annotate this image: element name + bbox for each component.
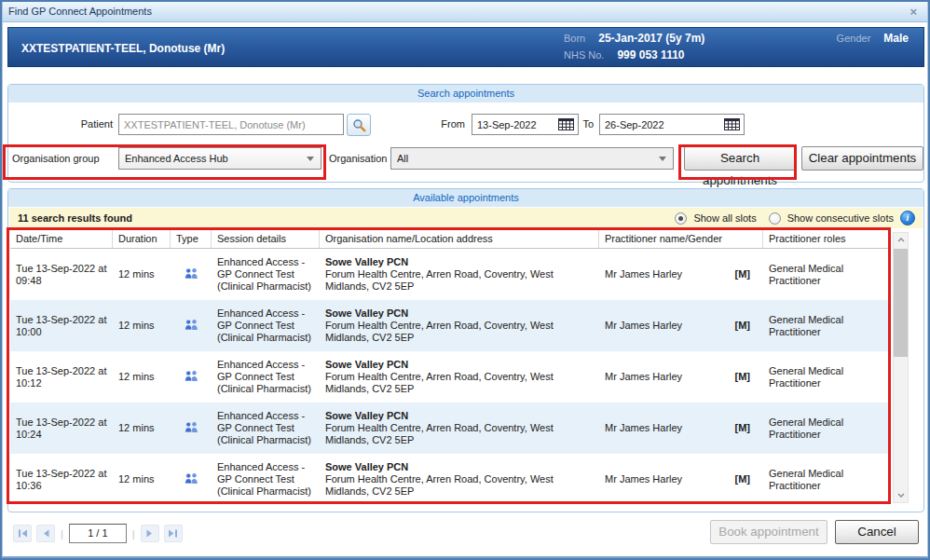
organisation-group-label: Organisation group xyxy=(12,147,115,170)
last-page-button[interactable] xyxy=(164,525,183,542)
practitioner-name: Mr James Harley xyxy=(605,320,682,332)
practitioner-roles: General Medical Practitioner xyxy=(763,365,890,389)
practitioner-gender: [M] xyxy=(735,371,759,383)
practitioner-gender: [M] xyxy=(735,268,759,280)
first-page-button[interactable] xyxy=(13,525,32,542)
info-icon[interactable]: i xyxy=(900,211,915,225)
next-page-button[interactable] xyxy=(141,525,159,542)
search-icon xyxy=(352,118,366,132)
people-icon xyxy=(184,421,199,432)
results-count: 11 search results found xyxy=(9,212,132,224)
organisation-cell: Sowe Valley PCN Forum Health Centre, Arr… xyxy=(320,256,599,293)
organisation-cell: Sowe Valley PCN Forum Health Centre, Arr… xyxy=(320,410,599,446)
table-row[interactable]: Tue 13-Sep-2022 at 09:48 12 mins Enhance… xyxy=(10,249,890,300)
cancel-button[interactable]: Cancel xyxy=(835,520,919,544)
table-row[interactable]: Tue 13-Sep-2022 at 10:24 12 mins Enhance… xyxy=(10,403,890,454)
search-panel-title: Search appointments xyxy=(8,85,923,102)
patient-name: XXTESTPATIENT-TEEL, Donotuse (Mr) xyxy=(21,42,225,55)
book-appointment-button[interactable]: Book appointment xyxy=(710,520,827,544)
previous-page-button[interactable] xyxy=(36,525,55,542)
organisation-name: Sowe Valley PCN xyxy=(325,307,594,320)
col-type: Type xyxy=(171,230,212,248)
from-date-field[interactable]: 13-Sep-2022 xyxy=(472,114,579,135)
table-row[interactable]: Tue 13-Sep-2022 at 10:36 12 mins Enhance… xyxy=(10,454,890,505)
session-details: Enhanced Access - GP Connect Test (Clini… xyxy=(212,256,320,293)
practitioner-roles: General Medical Practitioner xyxy=(763,468,890,492)
slot-type-cell xyxy=(171,319,212,333)
organisation-group-value: Enhanced Access Hub xyxy=(125,153,307,164)
session-details: Enhanced Access - GP Connect Test (Clini… xyxy=(212,359,320,395)
calendar-icon[interactable] xyxy=(724,118,740,130)
show-all-slots-radio[interactable] xyxy=(675,212,687,225)
practitioner-cell: Mr James Harley [M] xyxy=(599,371,763,383)
organisation-address: Forum Health Centre, Arren Road, Coventr… xyxy=(325,268,554,292)
practitioner-cell: Mr James Harley [M] xyxy=(599,320,763,332)
scrollbar-thumb[interactable] xyxy=(894,249,908,357)
chevron-down-icon xyxy=(307,157,314,161)
results-panel-title: Available appointments xyxy=(8,189,923,207)
title-bar: Find GP Connect Appointments × xyxy=(2,2,928,22)
clear-appointments-button[interactable]: Clear appointments xyxy=(801,146,923,171)
organisation-value: All xyxy=(397,153,659,164)
close-icon[interactable]: × xyxy=(909,2,917,21)
appointment-duration: 12 mins xyxy=(113,268,171,280)
organisation-group-select[interactable]: Enhanced Access Hub xyxy=(118,147,321,170)
appointment-datetime: Tue 13-Sep-2022 at 10:00 xyxy=(10,314,113,338)
chevron-down-icon xyxy=(659,157,666,161)
previous-page-icon xyxy=(41,528,51,539)
organisation-address: Forum Health Centre, Arren Road, Coventr… xyxy=(325,320,554,343)
appointment-duration: 12 mins xyxy=(113,320,171,332)
scroll-down-icon[interactable] xyxy=(894,488,908,502)
to-label: To xyxy=(568,113,594,135)
organisation-address: Forum Health Centre, Arren Road, Coventr… xyxy=(325,371,554,394)
practitioner-roles: General Medical Practitioner xyxy=(763,314,890,338)
practitioner-name: Mr James Harley xyxy=(605,268,682,280)
scroll-up-icon[interactable] xyxy=(894,233,908,247)
appointment-datetime: Tue 13-Sep-2022 at 10:12 xyxy=(10,365,113,389)
session-details: Enhanced Access - GP Connect Test (Clini… xyxy=(212,410,320,446)
show-consecutive-slots-radio[interactable] xyxy=(769,212,781,225)
dialog-find-gp-connect-appointments: Find GP Connect Appointments × XXTESTPAT… xyxy=(0,0,930,560)
patient-search-button[interactable] xyxy=(347,114,371,136)
search-appointments-button[interactable]: Search appointments xyxy=(684,146,796,171)
col-practitioner-roles: Practitioner roles xyxy=(763,230,890,248)
show-all-slots-label: Show all slots xyxy=(693,212,756,224)
available-appointments-panel: Available appointments 11 search results… xyxy=(7,188,924,512)
to-date-field[interactable]: 26-Sep-2022 xyxy=(599,114,745,135)
organisation-label: Organisation xyxy=(329,147,385,170)
practitioner-gender: [M] xyxy=(735,473,759,485)
next-page-icon xyxy=(144,528,155,539)
nhs-number-label: NHS No. xyxy=(564,49,604,61)
organisation-name: Sowe Valley PCN xyxy=(325,410,594,422)
col-session-details: Session details xyxy=(212,230,320,248)
practitioner-gender: [M] xyxy=(735,422,759,434)
results-scrollbar[interactable] xyxy=(893,232,909,503)
practitioner-roles: General Medical Practitioner xyxy=(763,417,890,441)
patient-demographics: Born 25-Jan-2017 (5y 7m) Gender Male NHS… xyxy=(564,32,909,65)
born-value: 25-Jan-2017 (5y 7m) xyxy=(598,32,704,45)
organisation-select[interactable]: All xyxy=(390,147,674,170)
people-icon xyxy=(184,472,199,484)
patient-banner: XXTESTPATIENT-TEEL, Donotuse (Mr) Born 2… xyxy=(7,27,924,67)
search-appointments-panel: Search appointments Patient From 13-Sep-… xyxy=(7,84,924,183)
organisation-name: Sowe Valley PCN xyxy=(325,359,594,371)
slot-type-cell xyxy=(171,472,212,486)
patient-input[interactable] xyxy=(118,114,344,135)
table-row[interactable]: Tue 13-Sep-2022 at 10:12 12 mins Enhance… xyxy=(10,351,890,403)
slot-type-cell xyxy=(171,267,212,281)
people-icon xyxy=(184,319,199,330)
window-title: Find GP Connect Appointments xyxy=(8,6,152,17)
pagination: | 1 / 1 | xyxy=(13,524,183,543)
appointments-table: Date/Time Duration Type Session details … xyxy=(10,230,890,505)
page-number-box[interactable]: 1 / 1 xyxy=(69,524,127,543)
appointment-duration: 12 mins xyxy=(113,473,171,485)
col-duration: Duration xyxy=(113,230,171,248)
patient-label: Patient xyxy=(8,113,113,135)
organisation-cell: Sowe Valley PCN Forum Health Centre, Arr… xyxy=(320,307,599,344)
organisation-cell: Sowe Valley PCN Forum Health Centre, Arr… xyxy=(320,359,599,395)
show-consecutive-slots-label: Show consecutive slots xyxy=(787,212,894,224)
table-row[interactable]: Tue 13-Sep-2022 at 10:00 12 mins Enhance… xyxy=(10,300,890,351)
organisation-cell: Sowe Valley PCN Forum Health Centre, Arr… xyxy=(320,461,599,498)
slot-type-cell xyxy=(171,421,212,435)
from-date-value: 13-Sep-2022 xyxy=(477,119,558,130)
